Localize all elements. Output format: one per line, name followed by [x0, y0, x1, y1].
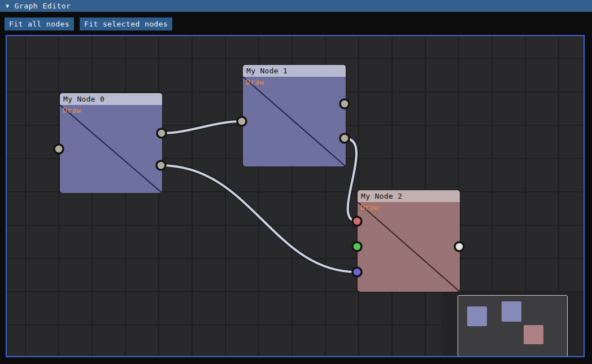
node-2-diagonal-line [358, 202, 460, 292]
node-my-node-1[interactable]: My Node 1 Draw [243, 65, 346, 166]
node-2-draw-label: Draw [360, 203, 379, 212]
collapse-arrow-icon[interactable]: ▼ [6, 3, 10, 9]
link-node1-to-node2-red[interactable] [345, 138, 357, 221]
node-my-node-0[interactable]: My Node 0 Draw [60, 93, 162, 193]
minimap[interactable] [458, 295, 568, 357]
fit-all-nodes-button[interactable]: Fit all nodes [5, 17, 74, 30]
titlebar[interactable]: ▼ Graph Editor [0, 0, 592, 12]
node-0-diagonal-line [60, 105, 162, 193]
minimap-node-0 [467, 306, 487, 326]
fit-selected-nodes-button[interactable]: Fit selected nodes [80, 17, 172, 30]
link-node0-to-node1[interactable] [162, 121, 242, 133]
node-0-header[interactable]: My Node 0 [60, 93, 162, 105]
toolbar: Fit all nodes Fit selected nodes [5, 17, 172, 30]
window-title: Graph Editor [15, 2, 71, 10]
node-editor-canvas[interactable]: My Node 0 Draw My Node 1 Draw My Node 2 … [6, 35, 585, 357]
minimap-node-1 [502, 301, 521, 322]
minimap-node-2 [524, 325, 543, 344]
node-1-diagonal-line [243, 77, 346, 166]
node-1-header[interactable]: My Node 1 [243, 65, 346, 77]
node-1-draw-label: Draw [246, 78, 264, 86]
link-node0-to-node2-blue[interactable] [161, 165, 357, 272]
node-my-node-2[interactable]: My Node 2 Draw [358, 190, 460, 292]
node-2-body: Draw [358, 202, 460, 292]
node-1-body: Draw [243, 77, 346, 166]
node-0-body: Draw [60, 105, 162, 193]
minimap-backdrop [441, 292, 585, 357]
node-2-header[interactable]: My Node 2 [358, 190, 460, 202]
node-0-draw-label: Draw [63, 106, 81, 115]
